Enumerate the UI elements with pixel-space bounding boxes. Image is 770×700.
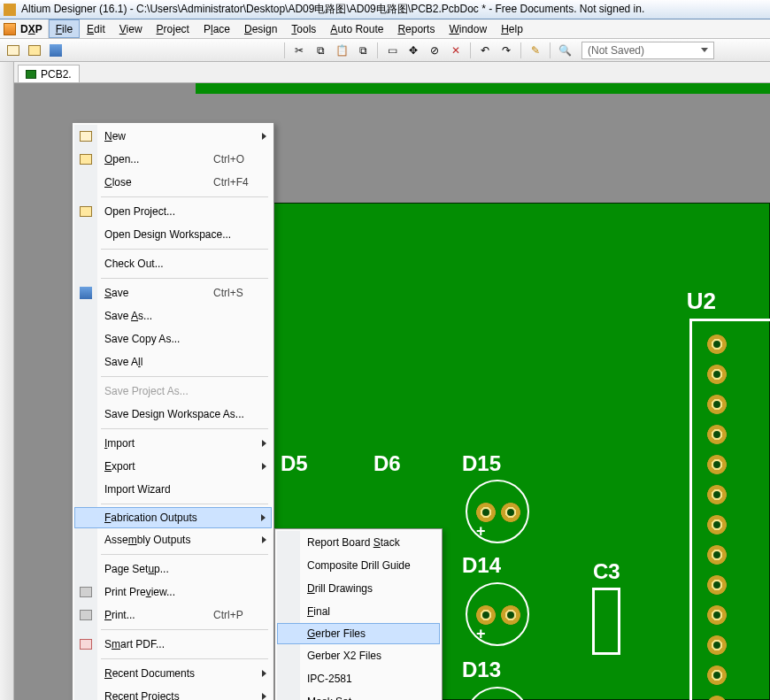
menu-view[interactable]: View [112,19,150,38]
mi-page-setup[interactable]: Page Setup... [74,558,272,581]
mi-final[interactable]: Final [277,600,440,623]
browse-button[interactable]: 🔍 [555,41,574,60]
new-button[interactable] [4,41,23,60]
silk-d15: D15 [462,451,501,476]
mi-ipc[interactable]: IPC-2581 [277,667,440,690]
pcb-doc-icon [26,70,36,79]
mi-print-preview[interactable]: Print Preview... [74,581,272,604]
mi-open-workspace[interactable]: Open Design Workspace... [74,223,272,246]
mi-save-project: Save Project As... [74,380,272,403]
left-dock[interactable] [0,62,14,700]
mi-save-copy[interactable]: Save Copy As... [74,327,272,350]
mi-composite-drill[interactable]: Composite Drill Guide [277,554,440,577]
paste-button[interactable]: 📋 [332,41,351,60]
filter-button[interactable]: ✎ [526,41,545,60]
menu-help[interactable]: Help [494,19,530,38]
mi-save-as[interactable]: Save As... [74,304,272,327]
mi-save-all[interactable]: Save All [74,350,272,373]
mi-fabrication-outputs[interactable]: Fabrication Outputs [74,507,272,528]
paste-icon: 📋 [335,44,349,57]
mi-open[interactable]: Open...Ctrl+O [74,148,272,171]
menu-separator [101,658,268,659]
saved-state-text: (Not Saved) [588,44,644,57]
deselect-icon: ⊘ [430,44,439,57]
save-button[interactable] [46,41,65,60]
pad [501,503,520,522]
cancel-icon: ✕ [451,44,460,57]
mi-export[interactable]: Export [74,455,272,478]
dxp-menu[interactable]: DXP [0,19,49,38]
dxp-label: DXP [20,23,42,35]
folder-icon [79,204,93,219]
menu-separator [101,196,268,197]
mi-drill-drawings[interactable]: Drill Drawings [277,577,440,600]
saved-state-combo[interactable]: (Not Saved) [581,42,714,59]
menu-tools[interactable]: Tools [284,19,323,38]
menu-bar: DXP File Edit View Project Place Design … [0,19,770,39]
open-icon [79,152,93,166]
mi-save-ws[interactable]: Save Design Workspace As... [74,403,272,426]
document-tab[interactable]: PCB2. [18,65,80,82]
chevron-right-icon [262,440,266,447]
chevron-right-icon [262,133,266,140]
menu-file[interactable]: File [49,19,80,38]
menu-reports[interactable]: Reports [390,19,442,38]
mi-smart-pdf[interactable]: Smart PDF... [74,633,272,656]
pcb-viewport[interactable]: U2 [14,83,770,700]
separator [550,42,551,58]
polarity-mark: + [476,522,486,541]
menu-project[interactable]: Project [150,19,196,38]
cancel-button[interactable]: ✕ [446,41,466,60]
move-button[interactable]: ✥ [404,41,423,60]
select-button[interactable]: ▭ [382,41,402,60]
chevron-right-icon [262,536,266,543]
outline-d13 [466,687,529,700]
outline-u2 [689,319,770,700]
menu-autoroute[interactable]: Auto Route [323,19,390,38]
mi-report-board-stack[interactable]: Report Board Stack [277,531,440,554]
mi-open-project[interactable]: Open Project... [74,200,272,223]
silk-d14: D14 [462,553,501,578]
mi-check-out[interactable]: Check Out... [74,252,272,275]
mi-close[interactable]: CloseCtrl+F4 [74,171,272,194]
app-logo-icon [4,4,16,16]
copy-button[interactable]: ⧉ [311,41,330,60]
menu-window[interactable]: Window [442,19,494,38]
mi-gerber-x2[interactable]: Gerber X2 Files [277,644,440,667]
save-icon [79,286,93,300]
mi-new[interactable]: New [74,125,272,148]
undo-button[interactable]: ↶ [475,41,495,60]
scissors-icon: ✂ [295,44,304,57]
silk-c3: C3 [593,559,620,584]
mi-mask-set[interactable]: Mask Set [277,690,440,700]
silk-u2: U2 [687,288,716,315]
redo-icon: ↷ [502,44,511,57]
copy-icon: ⧉ [317,44,325,57]
menu-separator [101,554,268,555]
menu-place[interactable]: Place [196,19,237,38]
mi-gerber-files[interactable]: Gerber Files [277,623,440,644]
menu-separator [101,376,268,377]
duplicate-button[interactable]: ⧉ [353,41,373,60]
separator [470,42,471,58]
mi-import-wizard[interactable]: Import Wizard [74,478,272,501]
open-button[interactable] [25,41,44,60]
mi-save[interactable]: SaveCtrl+S [74,281,272,304]
document-tab-strip: PCB2. [14,62,770,83]
menu-separator [101,629,268,630]
cut-button[interactable]: ✂ [289,41,309,60]
menu-design[interactable]: Design [237,19,284,38]
pdf-icon [79,637,93,651]
mi-assembly-outputs[interactable]: Assembly Outputs [74,528,272,551]
fabrication-outputs-submenu: Report Board Stack Composite Drill Guide… [274,528,443,700]
mi-import[interactable]: Import [74,432,272,455]
mi-print[interactable]: Print...Ctrl+P [74,604,272,627]
silk-d6: D6 [373,451,401,476]
deselect-button[interactable]: ⊘ [425,41,444,60]
silk-d5: D5 [281,451,308,476]
mi-recent-projects[interactable]: Recent Projects [74,685,272,700]
chevron-right-icon [262,463,266,470]
redo-button[interactable]: ↷ [497,41,516,60]
mi-recent-docs[interactable]: Recent Documents [74,662,272,685]
menu-edit[interactable]: Edit [80,19,112,38]
